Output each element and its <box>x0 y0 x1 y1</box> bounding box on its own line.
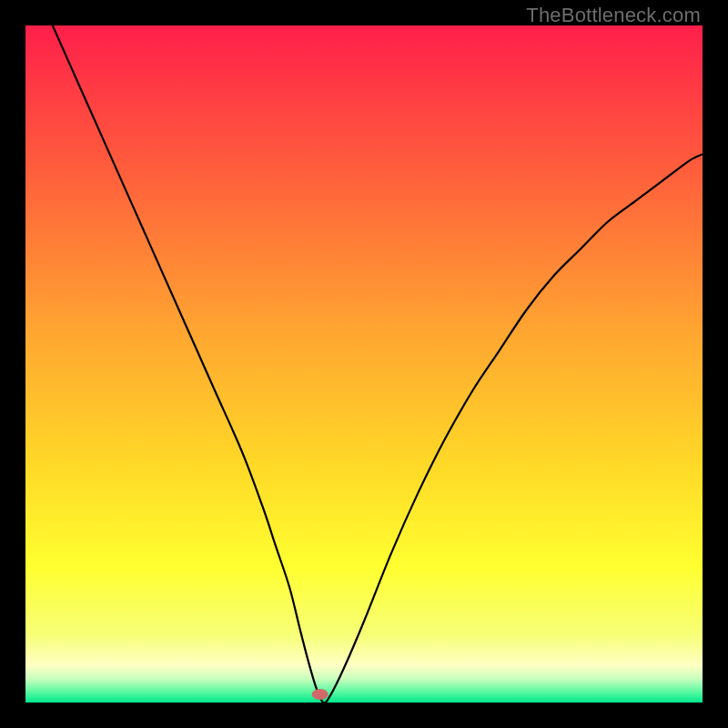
chart-frame <box>25 25 703 703</box>
chart-overlay <box>25 25 703 703</box>
watermark-label: TheBottleneck.com <box>526 4 701 27</box>
optimal-point-marker <box>312 689 329 700</box>
bottleneck-curve <box>53 25 703 703</box>
